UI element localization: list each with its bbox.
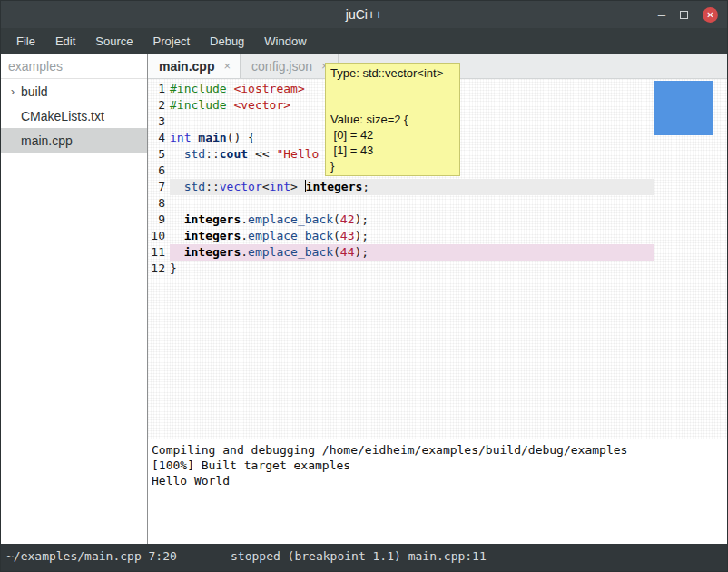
code-text[interactable]: std::vector<int> integers; [170,179,654,195]
line-number[interactable]: 1 [148,81,170,97]
tooltip-line: Type: std::vector<int> [330,65,455,81]
status-file-position: ~/examples/main.cpp 7:20 [6,549,177,563]
minimize-button[interactable]: – [658,10,665,19]
debug-value-tooltip: Type: std::vector<int>Value: size=2 { [0… [325,63,460,176]
maximize-button[interactable] [680,11,688,19]
line-number[interactable]: 10 [148,228,170,244]
line-number[interactable]: 11 [148,244,170,261]
statusbar: ~/examples/main.cpp 7:20 stopped (breakp… [1,544,727,571]
window-title: juCi++ [346,7,382,22]
tooltip-line [330,96,455,112]
status-debug-state: stopped (breakpoint 1.1) main.cpp:11 [231,549,487,563]
terminal-line: Hello World [152,473,723,488]
code-line: 8 [148,195,654,212]
menu-item-source[interactable]: Source [85,31,143,52]
line-number[interactable]: 7 [148,179,170,195]
terminal-output[interactable]: Compiling and debugging /home/eidheim/ex… [148,439,727,544]
tooltip-line: [0] = 42 [330,127,455,143]
line-number[interactable]: 12 [148,261,170,277]
tooltip-line [330,81,455,96]
project-name-header: examples [1,54,147,79]
line-number[interactable]: 5 [148,146,170,163]
scrollbar-thumb[interactable] [654,81,713,135]
code-text[interactable]: integers.emplace_back(43); [170,228,654,244]
menu-item-edit[interactable]: Edit [45,31,85,52]
close-icon[interactable]: × [223,59,231,73]
chevron-right-icon[interactable]: › [6,84,19,98]
terminal-line: Compiling and debugging /home/eidheim/ex… [152,442,723,458]
window-controls: – ✕ [658,1,718,28]
sidebar-item-build[interactable]: ›build [1,79,147,104]
menubar: FileEditSourceProjectDebugWindow [1,28,727,54]
menu-item-project[interactable]: Project [143,31,200,52]
tab-label: main.cpp [159,59,214,74]
line-number[interactable]: 4 [148,130,170,146]
sidebar-item-main-cpp[interactable]: main.cpp [1,128,147,153]
tree-item-label: CMakeLists.txt [21,109,104,123]
code-text[interactable]: } [170,261,654,277]
line-number[interactable]: 3 [148,113,170,130]
menu-item-file[interactable]: File [6,31,45,52]
menu-item-debug[interactable]: Debug [200,31,254,52]
menu-item-window[interactable]: Window [254,31,316,52]
code-text[interactable] [170,195,654,212]
close-button[interactable]: ✕ [703,7,718,23]
tab-main-cpp[interactable]: main.cpp× [148,54,241,78]
line-number[interactable]: 8 [148,195,170,212]
code-line: 11 integers.emplace_back(44); [148,244,654,261]
file-tree-sidebar: examples ›buildCMakeLists.txtmain.cpp [1,54,148,544]
file-tree: ›buildCMakeLists.txtmain.cpp [1,79,147,153]
code-line: 10 integers.emplace_back(43); [148,228,654,244]
code-text[interactable]: integers.emplace_back(42); [170,212,654,228]
tree-item-label: main.cpp [21,133,73,148]
terminal-line: [100%] Built target examples [152,458,723,473]
tab-label: config.json [251,59,312,74]
line-number[interactable]: 2 [148,97,170,113]
tooltip-line: Value: size=2 { [330,112,455,127]
titlebar: juCi++ – ✕ [1,1,727,28]
line-number[interactable]: 6 [148,163,170,179]
code-line: 9 integers.emplace_back(42); [148,212,654,228]
tree-item-label: build [21,84,48,99]
tab-config-json[interactable]: config.json× [241,54,339,78]
tooltip-line: } [330,158,455,173]
code-line: 12} [148,261,654,277]
tooltip-line: [1] = 43 [330,143,455,158]
line-number[interactable]: 9 [148,212,170,228]
sidebar-item-cmakelists-txt[interactable]: CMakeLists.txt [1,104,147,128]
code-text[interactable]: integers.emplace_back(44); [170,244,654,261]
code-line: 7 std::vector<int> integers; [148,179,654,195]
